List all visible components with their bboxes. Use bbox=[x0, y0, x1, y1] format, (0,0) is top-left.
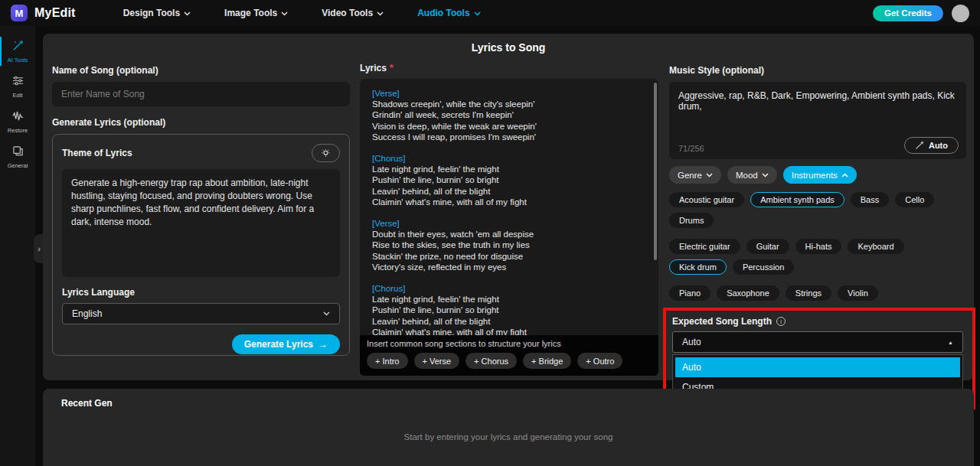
instrument-chip-piano[interactable]: Piano bbox=[669, 285, 710, 301]
nav-item-design-tools[interactable]: Design Tools bbox=[123, 8, 191, 18]
auto-style-button[interactable]: Auto bbox=[904, 137, 959, 154]
instrument-chip-keyboard[interactable]: Keyboard bbox=[848, 239, 903, 254]
lyrics-textarea[interactable]: [Verse]Shadows creepin', while the city'… bbox=[360, 79, 658, 376]
myedit-logo-icon[interactable]: M bbox=[11, 5, 28, 21]
lyrics-language-select[interactable]: English bbox=[62, 303, 340, 324]
app-screen: M MyEdit Design ToolsImage ToolsVideo To… bbox=[0, 0, 980, 466]
instrument-chip-hi-hats[interactable]: Hi-hats bbox=[795, 239, 842, 254]
instrument-chip-bass[interactable]: Bass bbox=[851, 192, 889, 207]
recent-gen-title: Recent Gen bbox=[61, 398, 113, 409]
auto-style-label: Auto bbox=[929, 141, 948, 150]
lyrics-section-tag: [Verse] bbox=[372, 88, 646, 99]
sidebar-item-label: Edit bbox=[13, 92, 23, 99]
song-length-label: Expected Song Length bbox=[672, 316, 772, 327]
nav-item-label: Video Tools bbox=[322, 8, 373, 18]
required-asterisk: * bbox=[390, 63, 394, 73]
layers-icon bbox=[12, 145, 24, 160]
insert-sections-bar: Insert common song sections to structure… bbox=[360, 335, 658, 376]
instrument-chip-acoustic-guitar[interactable]: Acoustic guitar bbox=[669, 192, 744, 207]
nav-item-image-tools[interactable]: Image Tools bbox=[224, 8, 288, 18]
theme-textarea[interactable]: Generate a high-energy trap rap about am… bbox=[62, 169, 340, 277]
sidebar-item-label: General bbox=[8, 162, 28, 169]
chevron-down-icon bbox=[377, 11, 384, 16]
nav-item-label: Design Tools bbox=[123, 8, 180, 18]
song-name-input[interactable] bbox=[52, 82, 350, 106]
theme-of-lyrics-card: Theme of Lyrics Generate a high-energy t… bbox=[52, 134, 350, 356]
filter-chip-label: Instruments bbox=[792, 171, 838, 180]
song-setup-column: Name of Song (optional) Generate Lyrics … bbox=[52, 63, 350, 356]
lyrics-section: [Chorus]Late night grind, feelin' the mi… bbox=[372, 283, 646, 337]
instrument-chip-strings[interactable]: Strings bbox=[786, 285, 831, 301]
sidebar-item-edit[interactable]: Edit bbox=[0, 69, 35, 104]
instrument-chip-violin[interactable]: Violin bbox=[838, 285, 878, 301]
song-name-label: Name of Song (optional) bbox=[52, 65, 158, 76]
nav-item-audio-tools[interactable]: Audio Tools bbox=[417, 8, 480, 18]
chevron-down-icon bbox=[762, 173, 769, 178]
chevron-up-icon: ▲ bbox=[948, 340, 953, 345]
song-length-select[interactable]: Auto ▲ bbox=[672, 331, 963, 353]
song-length-value: Auto bbox=[682, 337, 701, 347]
chevron-down-icon bbox=[706, 173, 713, 178]
lyrics-label: Lyrics bbox=[360, 63, 387, 73]
filter-chip-label: Mood bbox=[736, 171, 758, 180]
lyrics-line: Late night grind, feelin' the might bbox=[372, 294, 646, 305]
chevron-down-icon bbox=[323, 311, 330, 316]
instrument-chip-guitar[interactable]: Guitar bbox=[746, 239, 789, 254]
lyrics-line: Success I will reap, promises I'm sweepi… bbox=[372, 132, 646, 142]
user-avatar[interactable] bbox=[952, 5, 969, 22]
lyrics-line: Leavin' behind, all of the blight bbox=[372, 186, 646, 197]
lyrics-section-tag: [Chorus] bbox=[372, 153, 646, 164]
instrument-chip-electric-guitar[interactable]: Electric guitar bbox=[669, 239, 740, 254]
lyrics-line: Late night grind, feelin' the might bbox=[372, 164, 646, 174]
lyrics-line: Grindin' all week, secrets I'm keepin' bbox=[372, 109, 646, 120]
instrument-chip-ambient-synth-pads[interactable]: Ambient synth pads bbox=[750, 192, 844, 207]
generate-lyrics-label: Generate Lyrics (optional) bbox=[52, 117, 350, 128]
instrument-chip-kick-drum[interactable]: Kick drum bbox=[669, 259, 727, 275]
generate-lyrics-button[interactable]: Generate Lyrics → bbox=[232, 334, 340, 354]
info-icon[interactable]: i bbox=[776, 317, 786, 326]
filter-chip-instruments[interactable]: Instruments bbox=[783, 166, 857, 184]
lyrics-line: Pushin' the line, burnin' so bright bbox=[372, 305, 646, 315]
nav-item-video-tools[interactable]: Video Tools bbox=[322, 8, 384, 18]
sidebar-item-label: AI Tools bbox=[8, 57, 28, 64]
theme-suggestion-button[interactable] bbox=[312, 144, 340, 162]
sidebar-item-label: Restore bbox=[8, 127, 28, 134]
filter-chip-label: Genre bbox=[678, 171, 702, 180]
lyrics-line: Rise to the skies, see the truth in my l… bbox=[372, 240, 646, 250]
main-panel: Lyrics to Song Name of Song (optional) G… bbox=[43, 34, 974, 380]
magic-wand-icon bbox=[915, 141, 924, 150]
insert-bridge-button[interactable]: + Bridge bbox=[523, 353, 571, 369]
theme-label: Theme of Lyrics bbox=[62, 148, 132, 158]
chevron-up-icon bbox=[841, 173, 848, 178]
insert-sections-hint: Insert common song sections to structure… bbox=[367, 339, 652, 348]
music-style-label: Music Style (optional) bbox=[669, 65, 764, 76]
nav-item-label: Image Tools bbox=[224, 8, 277, 18]
instrument-chip-saxophone[interactable]: Saxophone bbox=[717, 285, 779, 301]
chevron-down-icon bbox=[474, 11, 481, 16]
instrument-chip-percussion[interactable]: Percussion bbox=[733, 259, 794, 275]
instrument-chip-cello[interactable]: Cello bbox=[895, 192, 934, 207]
instrument-chip-drums[interactable]: Drums bbox=[669, 213, 714, 228]
lyrics-line: Doubt in their eyes, watch 'em all despi… bbox=[372, 229, 646, 240]
insert-outro-button[interactable]: + Outro bbox=[577, 353, 622, 369]
filter-chip-mood[interactable]: Mood bbox=[727, 166, 777, 184]
nav-right: Get Credits bbox=[873, 5, 969, 22]
filter-chip-genre[interactable]: Genre bbox=[669, 166, 721, 184]
insert-chorus-button[interactable]: + Chorus bbox=[466, 353, 517, 369]
sidebar-item-restore[interactable]: Restore bbox=[0, 104, 35, 139]
nav-item-label: Audio Tools bbox=[417, 8, 469, 18]
insert-intro-button[interactable]: + Intro bbox=[367, 353, 408, 369]
get-credits-button[interactable]: Get Credits bbox=[873, 5, 943, 21]
sidebar-item-ai-tools[interactable]: AI Tools bbox=[0, 34, 35, 69]
music-style-textarea[interactable]: Aggressive, rap, R&B, Dark, Empowering, … bbox=[669, 82, 966, 159]
lyrics-line: Claimin' what's mine, with all of my fig… bbox=[372, 197, 646, 207]
top-nav: M MyEdit Design ToolsImage ToolsVideo To… bbox=[0, 0, 980, 26]
sidebar-item-general[interactable]: General bbox=[0, 139, 35, 174]
song-length-option-auto[interactable]: Auto bbox=[675, 357, 960, 377]
char-counter: 71/256 bbox=[678, 144, 704, 153]
lyrics-line: Leavin' behind, all of the blight bbox=[372, 316, 646, 327]
lyrics-scrollbar[interactable] bbox=[654, 83, 657, 260]
insert-verse-button[interactable]: + Verse bbox=[414, 353, 460, 369]
magic-wand-icon bbox=[12, 40, 24, 54]
chevron-down-icon bbox=[184, 11, 191, 16]
